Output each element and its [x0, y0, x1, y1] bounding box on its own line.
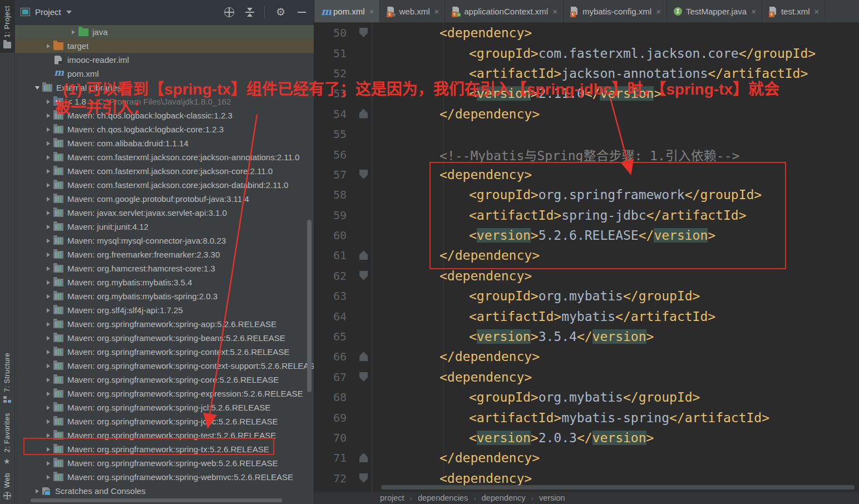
hide-panel-icon[interactable] [297, 7, 307, 17]
tab-test-xml[interactable]: test.xml [762, 0, 825, 22]
code-line[interactable]: 69<artifactId>mybatis-spring</artifactId… [314, 407, 859, 427]
collapsed-arrow-icon[interactable] [43, 433, 53, 438]
tab-mybatis-config-xml[interactable]: mybatis-config.xml [564, 0, 667, 22]
code-line[interactable]: 60<version>5.2.6.RELEASE</version> [314, 225, 859, 245]
collapsed-arrow-icon[interactable] [43, 100, 53, 104]
collapsed-arrow-icon[interactable] [43, 44, 53, 48]
tree-item[interactable]: Maven: org.mybatis:mybatis:3.5.4 [15, 275, 314, 289]
code-line[interactable]: 55 [314, 124, 859, 144]
chevron-down-icon[interactable] [66, 11, 72, 14]
code-line[interactable]: 52<artifactId>jackson-annotations</artif… [314, 63, 859, 83]
fold-end-icon[interactable] [359, 453, 368, 462]
tree-item[interactable]: Maven: javax.servlet:javax.servlet-api:3… [15, 206, 314, 220]
tree-item[interactable]: Maven: org.springframework:spring-contex… [15, 359, 314, 373]
tree-item[interactable]: Maven: org.springframework:spring-expres… [15, 387, 314, 401]
code-line[interactable]: 71</dependency> [314, 448, 859, 468]
tree-item[interactable]: Maven: com.fasterxml.jackson.core:jackso… [15, 178, 314, 192]
collapsed-arrow-icon[interactable] [43, 419, 53, 424]
breadcrumb-item-dependency[interactable]: dependency [482, 493, 526, 502]
stripe-button--structure[interactable]: 7: Structure [0, 347, 15, 407]
fold-end-icon[interactable] [359, 250, 368, 260]
collapsed-arrow-icon[interactable] [43, 127, 53, 132]
tab-close-icon[interactable] [814, 7, 819, 16]
breadcrumb-item-version[interactable]: version [539, 493, 565, 502]
tab-close-icon[interactable] [434, 7, 439, 16]
tree-item[interactable]: Maven: org.hamcrest:hamcrest-core:1.3 [15, 261, 314, 275]
project-horizontal-scrollbar[interactable] [31, 498, 282, 502]
collapsed-arrow-icon[interactable] [43, 141, 53, 146]
collapsed-arrow-icon[interactable] [43, 225, 53, 229]
tree-item[interactable]: Maven: org.springframework:spring-contex… [15, 345, 314, 359]
fold-end-icon[interactable] [359, 352, 368, 361]
breadcrumb-item-dependencies[interactable]: dependencies [418, 493, 468, 502]
tree-item[interactable]: Maven: org.mybatis:mybatis-spring:2.0.3 [15, 289, 314, 303]
code-line[interactable]: 63<groupId>org.mybatis</groupId> [314, 286, 859, 306]
tree-item[interactable]: Maven: org.springframework:spring-webmvc… [15, 470, 314, 484]
fold-start-icon[interactable] [359, 473, 368, 483]
tree-item[interactable]: Maven: org.springframework:spring-jcl:5.… [15, 401, 314, 414]
code-line[interactable]: 65<version>3.5.4</version> [314, 327, 859, 347]
tab-close-icon[interactable] [751, 7, 756, 16]
tree-item[interactable]: Maven: org.springframework:spring-beans:… [15, 331, 314, 345]
tree-item[interactable]: pom.xml [15, 67, 314, 81]
code-line[interactable]: 56<!--Mybatis与Spring整合步骤: 1.引入依赖--> [314, 144, 859, 164]
tree-item[interactable]: Maven: org.springframework:spring-jdbc:5… [15, 414, 314, 428]
expanded-arrow-icon[interactable] [32, 86, 42, 90]
code-line[interactable]: 50<dependency> [314, 23, 859, 43]
tree-item[interactable]: Maven: com.google.protobuf:protobuf-java… [15, 192, 314, 206]
code-line[interactable]: 53<version>2.11.0</version> [314, 83, 859, 103]
collapsed-arrow-icon[interactable] [43, 253, 53, 257]
collapsed-arrow-icon[interactable] [43, 447, 53, 452]
tab-close-icon[interactable] [369, 7, 374, 16]
code-line[interactable]: 64<artifactId>mybatis</artifactId> [314, 306, 859, 326]
collapsed-arrow-icon[interactable] [43, 197, 53, 201]
code-line[interactable]: 66</dependency> [314, 347, 859, 367]
tab-testmapper-java[interactable]: TestMapper.java [667, 0, 762, 22]
tree-item[interactable]: Maven: org.springframework:spring-web:5.… [15, 456, 314, 470]
tab-applicationcontext-xml[interactable]: applicationContext.xml [445, 0, 564, 22]
tree-item[interactable]: Maven: org.springframework:spring-tx:5.2… [15, 442, 314, 456]
code-area[interactable]: 50<dependency>51<groupId>com.fasterxml.j… [314, 23, 859, 492]
collapsed-arrow-icon[interactable] [43, 350, 53, 354]
tab-pom-xml[interactable]: pom.xml [314, 0, 380, 22]
tree-item[interactable]: Maven: junit:junit:4.12 [15, 220, 314, 234]
code-line[interactable]: 67<dependency> [314, 367, 859, 387]
tree-item[interactable]: imooc-reader.iml [15, 53, 314, 67]
collapsed-arrow-icon[interactable] [43, 169, 53, 174]
tree-item[interactable]: Maven: org.springframework:spring-test:5… [15, 428, 314, 442]
collapsed-arrow-icon[interactable] [43, 266, 53, 271]
tree-item[interactable]: Maven: org.springframework:spring-core:5… [15, 373, 314, 387]
locate-icon[interactable] [224, 7, 234, 17]
collapsed-arrow-icon[interactable] [43, 294, 53, 299]
collapsed-arrow-icon[interactable] [43, 211, 53, 215]
collapsed-arrow-icon[interactable] [43, 406, 53, 410]
tab-close-icon[interactable] [552, 7, 557, 16]
fold-start-icon[interactable] [359, 372, 368, 382]
fold-start-icon[interactable] [359, 271, 368, 280]
tree-item[interactable]: External Libraries [15, 81, 314, 95]
fold-end-icon[interactable] [359, 109, 368, 118]
tree-item[interactable]: java [15, 25, 314, 39]
collapsed-arrow-icon[interactable] [43, 475, 53, 480]
stripe-button--favorites[interactable]: 2: Favorites [0, 407, 15, 467]
project-vertical-scrollbar[interactable] [307, 220, 312, 392]
tree-item[interactable]: Maven: com.fasterxml.jackson.core:jackso… [15, 164, 314, 178]
collapsed-arrow-icon[interactable] [43, 280, 53, 285]
project-panel-title[interactable]: Project [35, 7, 61, 17]
tree-item[interactable]: Maven: org.slf4j:slf4j-api:1.7.25 [15, 303, 314, 317]
breadcrumb-item-project[interactable]: project [380, 493, 404, 502]
fold-start-icon[interactable] [359, 170, 368, 179]
code-line[interactable]: 57<dependency> [314, 165, 859, 185]
tree-item[interactable]: Maven: com.alibaba:druid:1.1.14 [15, 136, 314, 150]
collapsed-arrow-icon[interactable] [43, 322, 53, 327]
tree-item[interactable]: < 1.8 >C:\Program Files\Java\jdk1.8.0_16… [15, 95, 314, 108]
code-line[interactable]: 51<groupId>com.fasterxml.jackson.core</g… [314, 43, 859, 63]
code-line[interactable]: 58<groupId>org.springframework</groupId> [314, 185, 859, 205]
tree-item[interactable]: Maven: org.springframework:spring-aop:5.… [15, 317, 314, 331]
tree-item[interactable]: Maven: ch.qos.logback:logback-core:1.2.3 [15, 122, 314, 136]
collapsed-arrow-icon[interactable] [43, 183, 53, 187]
collapsed-arrow-icon[interactable] [43, 336, 53, 340]
collapsed-arrow-icon[interactable] [43, 392, 53, 396]
tab-web-xml[interactable]: web.xml [380, 0, 445, 22]
tab-close-icon[interactable] [656, 7, 661, 16]
